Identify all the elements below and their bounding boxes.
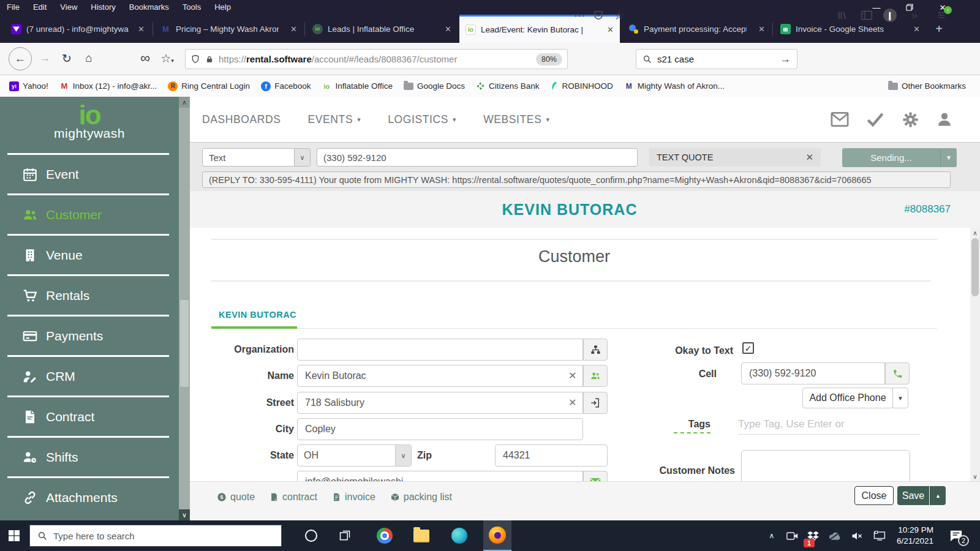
bookmark-robinhood[interactable]: ROBINHOOD: [545, 81, 619, 91]
sidebar-item-shifts[interactable]: Shifts: [7, 436, 169, 476]
sidebar-item-rentals[interactable]: Rentals: [7, 274, 169, 315]
mail-icon[interactable]: [831, 111, 849, 127]
menu-view[interactable]: View: [53, 0, 84, 15]
caret-down-icon[interactable]: ▼: [940, 148, 957, 167]
url-text[interactable]: https://rental.software/account/#/leads/…: [219, 54, 531, 64]
tray-expand-icon[interactable]: ∧: [761, 520, 782, 551]
search-go-icon[interactable]: →: [780, 53, 791, 66]
clear-street-icon[interactable]: ✕: [568, 397, 576, 408]
customer-notes-textarea[interactable]: [741, 450, 910, 481]
close-button[interactable]: Close: [854, 486, 894, 505]
tab-close-icon[interactable]: ✕: [758, 24, 765, 34]
onedrive-icon[interactable]: [824, 520, 845, 551]
tab-yahoo-mail[interactable]: (7 unread) - info@mightywa ✕: [5, 15, 151, 43]
extension-badge-icon[interactable]: ❙: [881, 6, 899, 24]
bookmark-other-bookmarks[interactable]: Other Bookmarks: [883, 81, 971, 91]
street-copy-button[interactable]: [583, 392, 608, 414]
bookmark-star-icon[interactable]: ☆: [610, 6, 628, 24]
menu-edit[interactable]: Edit: [26, 0, 53, 15]
bookmark-gmail-inbox[interactable]: M Inbox (12) - info@akr...: [54, 81, 163, 91]
search-value[interactable]: s21 case: [657, 54, 775, 64]
organization-field[interactable]: [297, 339, 583, 361]
dropbox-icon[interactable]: 1: [802, 520, 823, 551]
scrollbar-thumb[interactable]: [180, 300, 189, 387]
user-icon[interactable]: [936, 111, 953, 128]
state-select[interactable]: OH ∨: [297, 444, 412, 467]
clear-name-icon[interactable]: ✕: [568, 370, 576, 381]
edge-taskbar-button[interactable]: [445, 520, 473, 551]
chrome-taskbar-button[interactable]: [371, 520, 399, 551]
page-actions-icon[interactable]: ⋯: [571, 6, 589, 24]
containers-extension-icon[interactable]: ∞: [136, 49, 154, 67]
search-bar[interactable]: s21 case →: [636, 49, 797, 69]
library-icon[interactable]: [833, 6, 851, 24]
street-input[interactable]: [297, 392, 583, 414]
invoice-link[interactable]: invoice: [332, 492, 375, 503]
forward-button[interactable]: →: [36, 49, 54, 67]
save-button[interactable]: Save: [897, 486, 929, 505]
quote-link[interactable]: $ quote: [217, 492, 255, 503]
cell-field[interactable]: [741, 362, 885, 384]
cortana-button[interactable]: [297, 520, 325, 551]
overflow-menu-icon[interactable]: »: [905, 6, 924, 24]
volume-muted-icon[interactable]: [846, 520, 867, 551]
menu-history[interactable]: History: [84, 0, 122, 15]
gear-icon[interactable]: [902, 111, 919, 129]
taskbar-clock[interactable]: 10:29 PM 6/21/2021: [881, 525, 933, 547]
nav-dashboards[interactable]: DASHBOARDS: [202, 113, 281, 126]
message-phone-input[interactable]: [317, 148, 638, 167]
tracking-shield-icon[interactable]: [190, 54, 200, 64]
nav-events[interactable]: EVENTS▾: [308, 113, 361, 126]
tab-pricing-mighty-wash[interactable]: M Pricing – Mighty Wash Akron ✕: [154, 15, 303, 43]
nav-websites[interactable]: WEBSITES▾: [483, 113, 549, 126]
organization-input[interactable]: [297, 339, 583, 361]
send-status-button[interactable]: Sending... ▼: [842, 148, 957, 167]
tab-close-icon[interactable]: ✕: [290, 24, 297, 34]
city-input[interactable]: [297, 418, 583, 440]
check-icon[interactable]: [865, 111, 885, 127]
menu-bookmarks[interactable]: Bookmarks: [123, 0, 176, 15]
task-view-button[interactable]: [331, 520, 359, 551]
email-field[interactable]: [297, 471, 583, 481]
tab-close-icon[interactable]: ✕: [913, 24, 920, 34]
packing-list-link[interactable]: packing list: [390, 492, 452, 503]
bookmark-yahoo[interactable]: y! Yahoo!: [4, 81, 54, 91]
sidebar-scrollbar[interactable]: ∧ ∨: [179, 97, 190, 520]
bookmark-citizens-bank[interactable]: Citizens Bank: [470, 81, 545, 91]
menu-file[interactable]: File: [0, 0, 26, 15]
pocket-icon[interactable]: [589, 6, 608, 24]
sidebar-item-venue[interactable]: Venue: [7, 234, 169, 274]
bookmark-tool-icon[interactable]: ☆▾: [158, 49, 176, 67]
email-input[interactable]: [297, 471, 583, 481]
firefox-taskbar-button[interactable]: [483, 520, 511, 551]
menu-tools[interactable]: Tools: [176, 0, 208, 15]
start-button[interactable]: [0, 520, 28, 551]
cell-input[interactable]: [741, 362, 885, 384]
sidebar-toggle-icon[interactable]: [858, 6, 876, 24]
organization-lookup-button[interactable]: [583, 339, 608, 361]
scroll-down-icon[interactable]: ∨: [179, 509, 190, 520]
template-chip[interactable]: TEXT QUOTE ✕: [649, 148, 821, 167]
lead-id[interactable]: #8088367: [904, 203, 951, 216]
nav-logistics[interactable]: LOGISTICS▾: [388, 113, 456, 126]
tab-close-icon[interactable]: ✕: [607, 25, 614, 34]
sidebar-item-contract[interactable]: Contract: [7, 395, 169, 436]
hamburger-menu-icon[interactable]: ≡ ↑: [932, 6, 951, 24]
reload-button[interactable]: ↻: [58, 49, 76, 67]
tab-close-icon[interactable]: ✕: [445, 24, 451, 34]
okay-to-text-checkbox[interactable]: ✓: [742, 342, 754, 354]
bookmark-ring-central[interactable]: R Ring Central Login: [162, 81, 255, 91]
zip-input[interactable]: [495, 444, 608, 467]
meet-now-icon[interactable]: [782, 520, 802, 551]
tab-close-icon[interactable]: ✕: [138, 24, 145, 34]
remove-template-icon[interactable]: ✕: [805, 152, 813, 163]
tab-leads-inflatable-office[interactable]: io Leads | Inflatable Office ✕: [306, 15, 458, 43]
city-field[interactable]: [297, 418, 583, 440]
notification-center-button[interactable]: 2: [942, 520, 970, 551]
taskbar-search[interactable]: Type here to search: [29, 525, 282, 547]
name-input[interactable]: [297, 365, 583, 387]
zip-field[interactable]: [495, 444, 608, 467]
call-button[interactable]: [885, 362, 910, 384]
bookmark-mighty-wash[interactable]: M Mighty Wash of Akron...: [619, 81, 730, 91]
email-action-button[interactable]: [583, 471, 608, 481]
